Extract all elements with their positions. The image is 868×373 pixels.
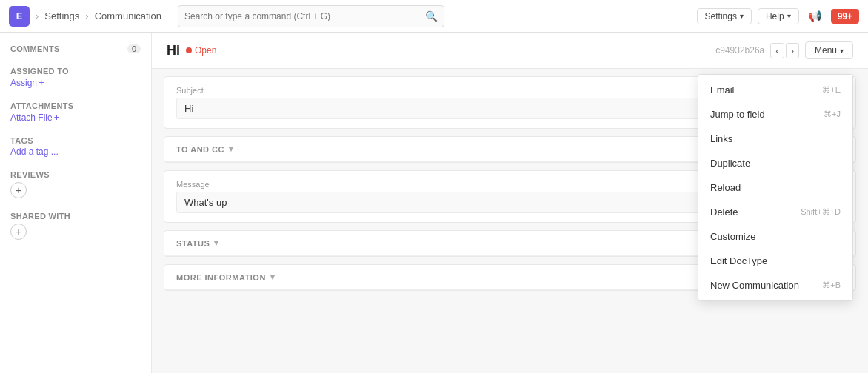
menu-chevron-icon: ▾ — [840, 47, 844, 55]
chevron-down-icon: ▾ — [740, 12, 744, 20]
menu-item-email[interactable]: Email ⌘+E — [698, 78, 852, 102]
nav-communication[interactable]: Communication — [95, 10, 161, 21]
add-shared-button[interactable]: + — [10, 224, 27, 240]
menu-item-links[interactable]: Links — [698, 127, 852, 151]
nav-settings-button[interactable]: Settings ▾ — [697, 8, 752, 24]
status-dot — [186, 47, 192, 53]
menu-item-delete[interactable]: Delete Shift+⌘+D — [698, 200, 852, 224]
assign-plus-icon: + — [39, 77, 44, 88]
menu-container: Menu ▾ Email ⌘+E Jump to field ⌘+J — [805, 41, 853, 59]
prev-arrow-button[interactable]: ‹ — [770, 43, 784, 58]
page-title-row: Hi Open — [167, 43, 216, 58]
nav-help-button[interactable]: Help ▾ — [758, 8, 799, 24]
status-chevron-icon: ▾ — [214, 238, 219, 248]
topnav: E › Settings › Communication 🔍 Settings … — [0, 0, 868, 33]
more-info-chevron-icon: ▾ — [270, 272, 276, 282]
sidebar-reviews: Reviews + — [10, 170, 141, 198]
assigned-to-label: Assigned To — [10, 67, 141, 75]
app-icon: E — [9, 6, 30, 27]
tags-label: Tags — [10, 136, 141, 145]
menu-item-new-communication[interactable]: New Communication ⌘+B — [698, 273, 852, 298]
dropdown-menu: Email ⌘+E Jump to field ⌘+J Links Dup — [698, 74, 853, 301]
to-cc-label: TO AND CC — [176, 145, 224, 154]
notification-icon[interactable]: 📢 — [805, 8, 825, 24]
content-area: Hi Open c94932b26a ‹ › Menu ▾ — [152, 33, 868, 373]
shortcut-delete: Shift+⌘+D — [801, 207, 841, 217]
reviews-label: Reviews — [10, 170, 141, 179]
shortcut-new-communication: ⌘+B — [822, 280, 841, 290]
status-badge: Open — [186, 45, 216, 56]
more-info-label: MORE INFORMATION — [176, 273, 266, 282]
chevron-down-icon-help: ▾ — [787, 12, 791, 20]
notification-badge[interactable]: 99+ — [831, 9, 859, 24]
sidebar-shared-with: Shared With + — [10, 212, 141, 240]
search-input[interactable] — [184, 11, 422, 21]
sidebar-tags: Tags Add a tag ... — [10, 136, 141, 157]
page-header-right: c94932b26a ‹ › Menu ▾ Email ⌘+E — [715, 41, 853, 59]
page-header: Hi Open c94932b26a ‹ › Menu ▾ — [152, 33, 868, 69]
sidebar-comments: Comments 0 — [10, 44, 141, 53]
attach-plus-icon: + — [54, 112, 60, 123]
menu-item-duplicate[interactable]: Duplicate — [698, 151, 852, 175]
doc-id: c94932b26a — [715, 45, 764, 56]
shared-with-label: Shared With — [10, 212, 141, 221]
status-label: Open — [195, 45, 216, 56]
sidebar: Comments 0 Assigned To Assign + Attachme… — [0, 33, 152, 373]
add-tag-link[interactable]: Add a tag ... — [10, 147, 59, 157]
status-section-label: STATUS — [176, 239, 210, 248]
nav-settings[interactable]: Settings — [44, 10, 79, 21]
search-bar: 🔍 — [178, 5, 444, 27]
comments-label: Comments — [10, 44, 60, 53]
attachments-label: Attachments — [10, 101, 141, 110]
sidebar-attachments: Attachments Attach File + — [10, 101, 141, 123]
nav-sep-2: › — [84, 10, 90, 21]
shortcut-email: ⌘+E — [822, 85, 841, 95]
page-title: Hi — [167, 43, 180, 58]
to-cc-chevron-icon: ▾ — [229, 144, 234, 154]
shortcut-jump: ⌘+J — [824, 110, 841, 119]
search-icon: 🔍 — [425, 10, 438, 22]
menu-button[interactable]: Menu ▾ — [805, 41, 853, 59]
next-arrow-button[interactable]: › — [786, 43, 799, 58]
add-review-button[interactable]: + — [10, 182, 27, 198]
sidebar-assigned-to: Assigned To Assign + — [10, 67, 141, 88]
menu-item-edit-doctype[interactable]: Edit DocType — [698, 249, 852, 273]
menu-item-customize[interactable]: Customize — [698, 224, 852, 249]
menu-item-reload[interactable]: Reload — [698, 175, 852, 200]
assign-link[interactable]: Assign + — [10, 77, 44, 88]
nav-arrows: ‹ › — [770, 43, 799, 58]
nav-right: Settings ▾ Help ▾ 📢 99+ — [697, 8, 859, 24]
nav-sep-1: › — [34, 10, 40, 21]
comments-count: 0 — [127, 44, 141, 53]
menu-item-jump[interactable]: Jump to field ⌘+J — [698, 102, 852, 127]
attach-file-link[interactable]: Attach File + — [10, 112, 59, 123]
main-layout: Comments 0 Assigned To Assign + Attachme… — [0, 33, 868, 373]
